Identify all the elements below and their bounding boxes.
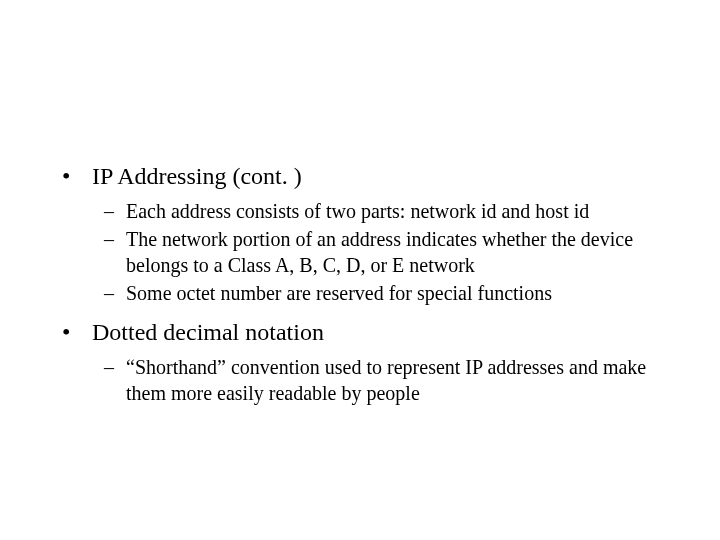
sub-text: Some octet number are reserved for speci… <box>126 280 552 306</box>
sub-item: – Some octet number are reserved for spe… <box>104 280 670 306</box>
dash-icon: – <box>104 354 126 406</box>
sub-list: – Each address consists of two parts: ne… <box>104 198 670 306</box>
bullet-icon: • <box>62 160 92 192</box>
bullet-item: • Dotted decimal notation <box>62 316 670 348</box>
bullet-label: Dotted decimal notation <box>92 316 324 348</box>
sub-list: – “Shorthand” convention used to represe… <box>104 354 670 406</box>
slide: • IP Addressing (cont. ) – Each address … <box>0 0 720 540</box>
sub-text: The network portion of an address indica… <box>126 226 670 278</box>
sub-text: Each address consists of two parts: netw… <box>126 198 589 224</box>
sub-item: – The network portion of an address indi… <box>104 226 670 278</box>
sub-item: – Each address consists of two parts: ne… <box>104 198 670 224</box>
dash-icon: – <box>104 198 126 224</box>
dash-icon: – <box>104 280 126 306</box>
sub-text: “Shorthand” convention used to represent… <box>126 354 670 406</box>
dash-icon: – <box>104 226 126 278</box>
bullet-item: • IP Addressing (cont. ) <box>62 160 670 192</box>
sub-item: – “Shorthand” convention used to represe… <box>104 354 670 406</box>
bullet-icon: • <box>62 316 92 348</box>
bullet-label: IP Addressing (cont. ) <box>92 160 302 192</box>
